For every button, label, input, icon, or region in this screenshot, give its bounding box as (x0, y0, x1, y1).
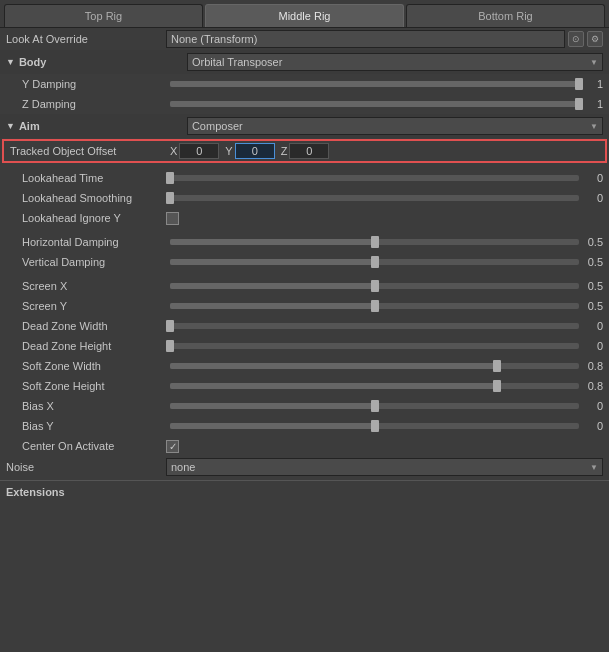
soft-zone-height-value: 0.8 (583, 380, 603, 392)
y-damping-slider[interactable] (170, 81, 579, 87)
center-on-activate-checkbox[interactable]: ✓ (166, 440, 179, 453)
tab-bottom-rig[interactable]: Bottom Rig (406, 4, 605, 27)
screen-x-row: Screen X 0.5 (0, 276, 609, 296)
bias-y-value: 0 (583, 420, 603, 432)
lookahead-smoothing-value: 0 (583, 192, 603, 204)
bias-x-thumb (371, 400, 379, 412)
noise-row: Noise none ▼ (0, 456, 609, 478)
body-arrow-icon: ▼ (6, 57, 15, 67)
dead-zone-height-row: Dead Zone Height 0 (0, 336, 609, 356)
tracked-offset-z-label: Z (281, 145, 288, 157)
horizontal-damping-value: 0.5 (583, 236, 603, 248)
soft-zone-width-value: 0.8 (583, 360, 603, 372)
soft-zone-height-slider[interactable] (170, 383, 579, 389)
tracked-offset-z-input[interactable] (289, 143, 329, 159)
lookahead-smoothing-thumb (166, 192, 174, 204)
tracked-offset-y-field: Y (225, 143, 274, 159)
screen-y-label: Screen Y (6, 300, 166, 312)
aim-section-header: ▼ Aim Composer ▼ (0, 114, 609, 138)
screen-y-fill (170, 303, 375, 309)
y-damping-fill (170, 81, 579, 87)
look-at-override-value-container: None (Transform) ⊙ ⚙ (166, 30, 603, 48)
aim-dropdown[interactable]: Composer ▼ (187, 117, 603, 135)
lookahead-time-row: Lookahead Time 0 (0, 168, 609, 188)
vertical-damping-thumb (371, 256, 379, 268)
tracked-offset-y-label: Y (225, 145, 232, 157)
tracked-object-offset-label: Tracked Object Offset (10, 145, 170, 157)
bias-y-fill (170, 423, 375, 429)
z-damping-fill (170, 101, 579, 107)
z-damping-value: 1 (583, 98, 603, 110)
dead-zone-width-value: 0 (583, 320, 603, 332)
z-damping-slider[interactable] (170, 101, 579, 107)
horizontal-damping-row: Horizontal Damping 0.5 (0, 232, 609, 252)
dead-zone-height-label: Dead Zone Height (6, 340, 166, 352)
dead-zone-height-slider[interactable] (170, 343, 579, 349)
screen-x-thumb (371, 280, 379, 292)
look-at-override-row: Look At Override None (Transform) ⊙ ⚙ (0, 28, 609, 50)
dead-zone-width-label: Dead Zone Width (6, 320, 166, 332)
screen-y-thumb (371, 300, 379, 312)
tab-middle-rig[interactable]: Middle Rig (205, 4, 404, 27)
vertical-damping-row: Vertical Damping 0.5 (0, 252, 609, 272)
bias-y-thumb (371, 420, 379, 432)
vertical-damping-slider[interactable] (170, 259, 579, 265)
y-damping-value: 1 (583, 78, 603, 90)
body-dropdown[interactable]: Orbital Transposer ▼ (187, 53, 603, 71)
dead-zone-height-value: 0 (583, 340, 603, 352)
lookahead-time-thumb (166, 172, 174, 184)
bias-x-slider[interactable] (170, 403, 579, 409)
lookahead-smoothing-slider[interactable] (170, 195, 579, 201)
tracked-object-offset-row: Tracked Object Offset X Y Z (2, 139, 607, 163)
extensions-header: Extensions (0, 480, 609, 503)
horizontal-damping-label: Horizontal Damping (6, 236, 166, 248)
bias-x-fill (170, 403, 375, 409)
body-dropdown-arrow: ▼ (590, 58, 598, 67)
lookahead-smoothing-row: Lookahead Smoothing 0 (0, 188, 609, 208)
noise-dropdown-value: none (171, 461, 195, 473)
tracked-offset-y-input[interactable] (235, 143, 275, 159)
dead-zone-height-thumb (166, 340, 174, 352)
tab-top-rig[interactable]: Top Rig (4, 4, 203, 27)
soft-zone-width-slider[interactable] (170, 363, 579, 369)
bias-x-label: Bias X (6, 400, 166, 412)
screen-y-row: Screen Y 0.5 (0, 296, 609, 316)
lookahead-ignore-y-row: Lookahead Ignore Y (0, 208, 609, 228)
dead-zone-width-row: Dead Zone Width 0 (0, 316, 609, 336)
soft-zone-width-fill (170, 363, 497, 369)
soft-zone-height-fill (170, 383, 497, 389)
center-on-activate-label: Center On Activate (6, 440, 166, 452)
horizontal-damping-fill (170, 239, 375, 245)
noise-dropdown-arrow: ▼ (590, 463, 598, 472)
vertical-damping-value: 0.5 (583, 256, 603, 268)
look-at-override-value: None (Transform) (166, 30, 565, 48)
lookahead-ignore-y-checkbox[interactable] (166, 212, 179, 225)
aim-dropdown-value: Composer (192, 120, 243, 132)
look-at-override-label: Look At Override (6, 33, 166, 45)
look-at-target-icon[interactable]: ⊙ (568, 31, 584, 47)
screen-x-slider[interactable] (170, 283, 579, 289)
z-damping-thumb (575, 98, 583, 110)
body-dropdown-value: Orbital Transposer (192, 56, 282, 68)
dead-zone-width-slider[interactable] (170, 323, 579, 329)
lookahead-time-slider[interactable] (170, 175, 579, 181)
screen-y-slider[interactable] (170, 303, 579, 309)
center-on-activate-row: Center On Activate ✓ (0, 436, 609, 456)
screen-x-label: Screen X (6, 280, 166, 292)
noise-dropdown[interactable]: none ▼ (166, 458, 603, 476)
soft-zone-height-label: Soft Zone Height (6, 380, 166, 392)
bias-x-value: 0 (583, 400, 603, 412)
horizontal-damping-slider[interactable] (170, 239, 579, 245)
tracked-offset-z-field: Z (281, 143, 330, 159)
tracked-offset-x-input[interactable] (179, 143, 219, 159)
horizontal-damping-thumb (371, 236, 379, 248)
aim-arrow-icon: ▼ (6, 121, 15, 131)
tracked-offset-x-field: X (170, 143, 219, 159)
look-at-settings-icon[interactable]: ⚙ (587, 31, 603, 47)
body-label: Body (19, 56, 179, 68)
bias-y-row: Bias Y 0 (0, 416, 609, 436)
bias-y-slider[interactable] (170, 423, 579, 429)
aim-dropdown-arrow: ▼ (590, 122, 598, 131)
screen-y-value: 0.5 (583, 300, 603, 312)
lookahead-ignore-y-label: Lookahead Ignore Y (6, 212, 166, 224)
